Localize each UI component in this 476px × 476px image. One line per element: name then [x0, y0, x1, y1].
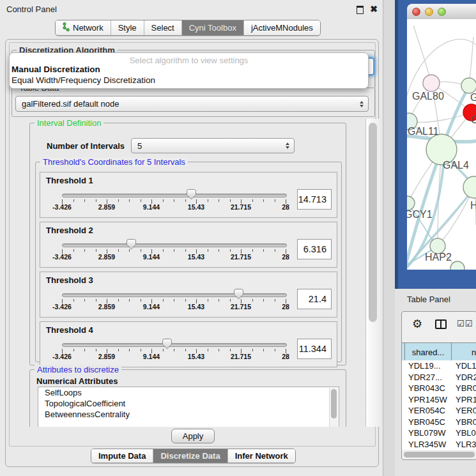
list-item[interactable]: BetweennessCentrality: [38, 409, 339, 420]
close-traffic-light-icon[interactable]: [412, 8, 420, 16]
threshold-value-field[interactable]: 14.713: [297, 189, 332, 210]
numerical-attributes-label: Numerical Attributes: [36, 376, 118, 386]
threshold-slider[interactable]: [62, 343, 287, 347]
slider-tick-label: 9.144: [143, 303, 160, 311]
table-row[interactable]: YBL079WYBL0: [402, 427, 476, 439]
tab-jactivemnodules[interactable]: jActiveMNodules: [243, 20, 320, 35]
column-header-name[interactable]: n: [452, 343, 476, 361]
tab-infer-network[interactable]: Infer Network: [227, 449, 295, 463]
list-item[interactable]: TopologicalCoefficient: [38, 398, 339, 409]
slider-tick: [129, 349, 130, 351]
tab-network[interactable]: Network: [56, 20, 111, 35]
tab-discretize-data[interactable]: Discretize Data: [153, 449, 227, 463]
table-data-combobox[interactable]: galFiltered.sif default node: [15, 96, 369, 112]
tab-label: Network: [73, 23, 104, 33]
slider-tick: [96, 299, 96, 302]
slider-thumb[interactable]: [126, 238, 137, 252]
table-row[interactable]: YDL19...YDL1: [402, 360, 476, 372]
slider-tick: [129, 199, 130, 202]
slider-thumb[interactable]: [186, 188, 197, 203]
slider-tick: [84, 299, 85, 302]
slider-tick-label: 2.859: [98, 253, 115, 261]
threshold-slider[interactable]: [62, 194, 287, 197]
cell-shared-name: YPR145W: [408, 395, 447, 404]
threshold-label: Threshold 1: [46, 176, 93, 185]
cell-shared-name: YBL079W: [408, 428, 446, 438]
table-row[interactable]: YER054CYER0: [402, 405, 476, 417]
threshold-value-field[interactable]: 6.316: [297, 239, 332, 259]
slider-tick-label: 21.715: [231, 203, 251, 211]
bottom-tab-bar: Impute DataDiscretize DataInfer Network: [91, 449, 296, 463]
table-row[interactable]: YLR345WYLR3: [402, 439, 476, 450]
table-panel-window: ⚙ ☑☑ shared... n YDL19...YDL1YDR27...YDR…: [401, 311, 476, 460]
network-node-gal80[interactable]: [423, 75, 440, 91]
table-row[interactable]: YDR27...YDR2: [402, 372, 476, 383]
cell-shared-name: YDL19...: [408, 361, 441, 371]
threshold-label: Threshold 4: [46, 325, 93, 335]
slider-tick: [252, 349, 253, 351]
table-row[interactable]: YBR043CYBR0: [402, 383, 476, 394]
slider-tick: [208, 349, 208, 351]
slider-tick-label: 15.43: [188, 353, 204, 360]
network-edge[interactable]: [409, 112, 472, 122]
slider-tick: [219, 199, 219, 202]
slider-tick: [174, 299, 174, 302]
split-columns-icon[interactable]: [435, 319, 447, 329]
zoom-traffic-light-icon[interactable]: [438, 8, 446, 16]
network-canvas[interactable]: GAL80GACGAL11GAL4GCY1HHAP2: [407, 19, 476, 270]
table-panel-region: Table Panel ⚙ ☑☑ shared... n YDL19...YDL…: [395, 289, 476, 476]
column-header-shared-name[interactable]: shared...: [404, 343, 452, 361]
tab-cyni-toolbox[interactable]: Cyni Toolbox: [181, 20, 243, 35]
network-node-h[interactable]: [463, 176, 476, 198]
cell-shared-name: YER054C: [408, 406, 445, 415]
threshold-value-field[interactable]: 21.4: [297, 289, 332, 309]
table-rows: YDL19...YDL1YDR27...YDR2YBR043CYBR0YPR14…: [402, 360, 476, 450]
list-scrollbar[interactable]: [329, 388, 338, 427]
threshold-slider[interactable]: [62, 293, 287, 297]
number-of-intervals-combobox[interactable]: 5: [131, 138, 295, 153]
slider-tick-label: 2.859: [98, 203, 115, 211]
table-row[interactable]: YBR045CYBR0: [402, 417, 476, 428]
apply-button[interactable]: Apply: [171, 429, 215, 443]
interval-definition-title: Interval Definition: [35, 119, 104, 128]
cell-shared-name: YLR345W: [408, 440, 446, 449]
list-scrollbar-thumb[interactable]: [331, 389, 337, 418]
slider-thumb[interactable]: [233, 288, 244, 302]
slider-tick: [84, 349, 85, 351]
close-icon[interactable]: ✖: [370, 4, 378, 14]
slider-tick: [141, 199, 141, 202]
algorithm-option[interactable]: Equal Width/Frequency Discretization: [12, 75, 155, 85]
network-node-gcy1[interactable]: [407, 196, 415, 210]
tab-label: Select: [151, 23, 174, 33]
table-row[interactable]: YPR145WYPR1: [402, 394, 476, 406]
network-edge[interactable]: [413, 26, 431, 83]
checkboxes-icon[interactable]: ☑☑: [457, 319, 473, 328]
main-scrollbar[interactable]: [365, 119, 380, 427]
main-scrollbar-thumb[interactable]: [369, 123, 377, 322]
numerical-attributes-list[interactable]: SelfLoopsTopologicalCoefficientBetweenne…: [38, 387, 339, 427]
slider-tick: [118, 199, 119, 202]
gear-icon[interactable]: ⚙: [412, 317, 422, 331]
network-node[interactable]: [461, 78, 476, 93]
slider-tick: [174, 249, 174, 252]
minimize-traffic-light-icon[interactable]: [425, 8, 433, 16]
slider-tick: [129, 299, 130, 302]
slider-tick: [219, 349, 219, 351]
tab-style[interactable]: Style: [111, 20, 144, 35]
network-window-titlebar[interactable]: [407, 4, 476, 20]
slider-tick-label: -3.426: [52, 303, 72, 311]
threshold-label: Threshold 2: [46, 226, 93, 235]
table-hscrollbar-thumb[interactable]: [404, 452, 475, 457]
thresholds-group: Threshold's Coordinates for 5 Intervals …: [35, 162, 342, 362]
threshold-slider[interactable]: [62, 243, 287, 247]
float-window-icon[interactable]: [357, 6, 364, 14]
list-item[interactable]: SelfLoops: [38, 387, 339, 398]
tab-select[interactable]: Select: [144, 20, 181, 35]
slider-tick: [96, 349, 96, 351]
slider-tick: [73, 249, 74, 252]
threshold-value-field[interactable]: 11.344: [297, 339, 332, 359]
algorithm-option[interactable]: Manual Discretization: [12, 65, 100, 74]
tab-impute-data[interactable]: Impute Data: [91, 449, 153, 463]
table-data-combo-value: galFiltered.sif default node: [22, 99, 119, 109]
slider-thumb[interactable]: [162, 338, 173, 352]
